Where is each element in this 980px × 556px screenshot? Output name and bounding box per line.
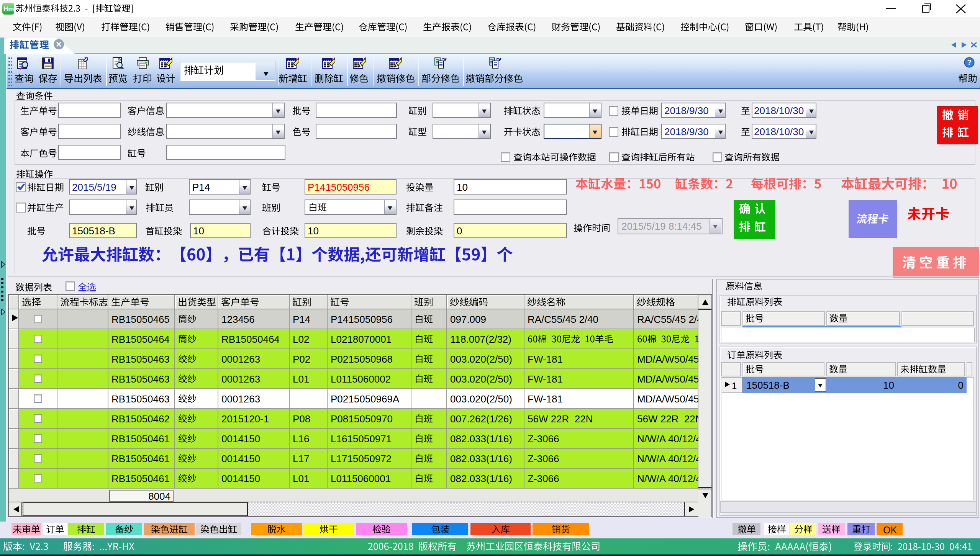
svg-text:?: ? bbox=[967, 59, 972, 66]
